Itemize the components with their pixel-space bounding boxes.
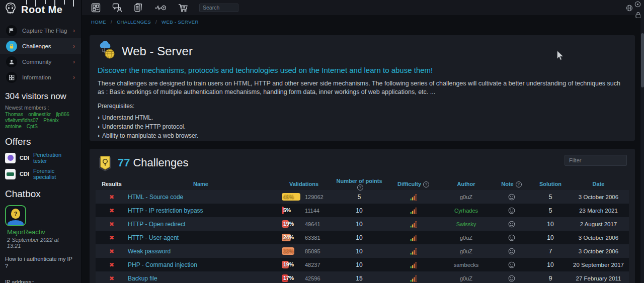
- help-icon[interactable]: ?: [516, 181, 522, 187]
- offer-contract-type: CDI: [20, 171, 29, 177]
- solution-count[interactable]: 5: [533, 207, 568, 214]
- challenge-link[interactable]: HTTP - Open redirect: [128, 221, 185, 228]
- validation-percent-badge: 24%: [282, 233, 305, 242]
- column-date[interactable]: Date: [568, 181, 629, 187]
- column-name[interactable]: Name: [128, 181, 274, 187]
- member-link[interactable]: Phénix: [43, 118, 59, 123]
- activity-target-icon[interactable]: [154, 3, 167, 13]
- help-icon[interactable]: ?: [357, 184, 363, 191]
- member-link[interactable]: Thomas: [5, 112, 23, 117]
- author-link[interactable]: Cyrhades: [454, 208, 478, 214]
- sidebar-item-capture-the-flag[interactable]: Capture The Flag ›: [0, 23, 81, 38]
- sidebar-item-information[interactable]: Information ›: [0, 69, 81, 85]
- scrollbar-thumb[interactable]: [641, 33, 644, 87]
- challenge-link[interactable]: HTTP - User-agent: [128, 234, 179, 241]
- challenge-link[interactable]: PHP - Command injection: [128, 261, 197, 268]
- category-description-panel: Web - Server Discover the mechanisms, pr…: [90, 35, 635, 141]
- solution-count[interactable]: 10: [533, 234, 568, 241]
- author-link[interactable]: g0uZ: [460, 235, 472, 241]
- scrollbar[interactable]: [640, 0, 644, 283]
- bullet-chevron-icon: ›: [98, 132, 100, 139]
- member-link[interactable]: CptS: [27, 124, 38, 129]
- validation-percent-label: 19%: [283, 261, 294, 267]
- challenge-link[interactable]: HTTP - IP restriction bypass: [128, 207, 203, 214]
- challenge-shield-icon: [98, 155, 113, 174]
- solution-count[interactable]: 10: [533, 261, 568, 268]
- chat-username[interactable]: MajorReactiv: [0, 226, 81, 236]
- column-author[interactable]: Author: [442, 181, 490, 187]
- table-row: ✖ PHP - Command injection 19% 48237 10 s…: [96, 258, 629, 271]
- column-validations[interactable]: Validations: [274, 181, 334, 187]
- offer-link[interactable]: Penetration tester: [33, 152, 76, 164]
- validation-count: 42596: [305, 275, 320, 281]
- challenge-date: 20 September 2017: [568, 262, 629, 268]
- table-body: ✖ HTML - Source code 49% 129062 5 g0uZ: [96, 190, 629, 283]
- member-link[interactable]: vfleltvmfldhs07: [5, 118, 38, 123]
- solution-count[interactable]: 9: [533, 275, 568, 282]
- author-link[interactable]: Swissky: [456, 221, 476, 227]
- sidebar-item-community[interactable]: Community ›: [0, 54, 81, 69]
- search-input[interactable]: [199, 4, 238, 12]
- filter-input[interactable]: [565, 155, 627, 166]
- breadcrumb-home-link[interactable]: HOME: [91, 19, 106, 25]
- bullet-chevron-icon: ›: [98, 123, 100, 130]
- category-description: These challenges are designed to train u…: [98, 79, 627, 96]
- not-validated-icon: ✖: [109, 221, 114, 228]
- note-emoji-icon: [490, 234, 533, 241]
- logo[interactable]: Root Me: [0, 0, 81, 19]
- column-difficulty[interactable]: Difficulty?: [384, 181, 442, 187]
- documents-icon[interactable]: [133, 3, 143, 13]
- validation-percent-label: 19%: [283, 221, 294, 227]
- breadcrumb-current[interactable]: WEB - SERVER: [162, 19, 199, 25]
- challenge-link[interactable]: Backup file: [128, 275, 157, 282]
- solution-count[interactable]: 5: [533, 194, 568, 201]
- docs-book-icon[interactable]: [91, 3, 101, 13]
- solution-count[interactable]: 10: [533, 221, 568, 228]
- avatar-face-icon: ?: [11, 209, 20, 219]
- note-emoji-icon: [490, 248, 533, 255]
- offers-title: Offers: [0, 130, 81, 150]
- validation-percent-label: 24%: [283, 234, 294, 240]
- author-link[interactable]: sambecks: [454, 262, 479, 268]
- table-row: ✖ Backup file 17% 42596 15 g0uZ: [96, 271, 629, 283]
- member-link[interactable]: antoine: [5, 124, 22, 129]
- not-validated-icon: ✖: [109, 261, 114, 268]
- skull-logo-icon: [4, 2, 17, 17]
- column-results[interactable]: Results: [96, 181, 128, 187]
- difficulty-bars-icon: [384, 194, 442, 201]
- prerequisite-item: ›Understand HTML.: [98, 113, 627, 122]
- not-validated-icon: ✖: [109, 207, 114, 214]
- chatbox-title: Chatbox: [0, 182, 81, 202]
- person-icon: [6, 56, 17, 67]
- column-points[interactable]: Number of points?: [334, 178, 384, 191]
- challenge-link[interactable]: HTML - Source code: [128, 194, 183, 201]
- validation-percent-badge: 49%: [282, 193, 305, 201]
- chevron-right-icon: ›: [73, 58, 75, 65]
- validation-percent-label: 49%: [283, 194, 294, 200]
- validation-percent-badge: 19%: [282, 260, 305, 269]
- author-link[interactable]: g0uZ: [460, 248, 472, 254]
- author-link[interactable]: g0uZ: [460, 194, 472, 200]
- table-header: Results Name Validations Number of point…: [96, 178, 629, 190]
- offer-company-icon: [5, 169, 16, 179]
- hanging-string-decoration: [45, 0, 46, 4]
- shop-cart-icon[interactable]: [178, 3, 189, 13]
- avatar[interactable]: ?: [5, 205, 26, 226]
- sidebar-item-challenges[interactable]: Challenges ›: [0, 38, 81, 54]
- challenge-link[interactable]: Weak password: [128, 248, 171, 255]
- offer-link[interactable]: Forensic specialist: [33, 168, 76, 180]
- category-subtitle: Discover the mechanisms, protocols and t…: [98, 66, 627, 74]
- chat-timestamp: 2 September 2022 at 13:21: [0, 236, 81, 249]
- member-link[interactable]: jlp866: [56, 112, 69, 117]
- help-icon[interactable]: ?: [423, 181, 429, 187]
- community-chat-icon[interactable]: [112, 3, 123, 13]
- breadcrumb-challenges-link[interactable]: CHALLENGES: [117, 19, 151, 25]
- solution-count[interactable]: 7: [533, 248, 568, 255]
- author-link[interactable]: g0uZ: [460, 275, 472, 281]
- offer-item: CDI Forensic specialist: [0, 166, 81, 182]
- globe-language-icon[interactable]: [626, 5, 633, 12]
- web-server-cloud-globe-icon: [98, 41, 117, 61]
- column-note[interactable]: Note?: [490, 181, 533, 187]
- member-link[interactable]: onlinestlkr: [28, 112, 51, 117]
- column-solution[interactable]: Solution: [533, 181, 568, 187]
